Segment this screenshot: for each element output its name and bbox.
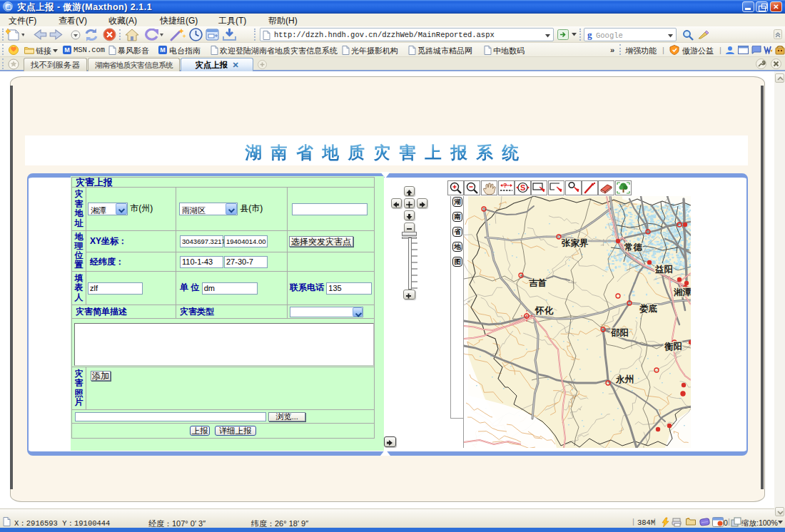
- svg-text:衡阳: 衡阳: [664, 342, 682, 352]
- svg-text:湘潭: 湘潭: [673, 287, 691, 297]
- svg-text:S: S: [520, 183, 525, 192]
- svg-text:怀化: 怀化: [535, 306, 554, 316]
- svg-text:永州: 永州: [615, 374, 634, 384]
- svg-text:邵阳: 邵阳: [610, 328, 629, 338]
- svg-text:常德: 常德: [624, 242, 643, 252]
- svg-text:娄底: 娄底: [639, 304, 658, 314]
- svg-text:益阳: 益阳: [655, 265, 673, 275]
- svg-text:张家界: 张家界: [561, 238, 589, 248]
- svg-text:吉首: 吉首: [529, 278, 547, 288]
